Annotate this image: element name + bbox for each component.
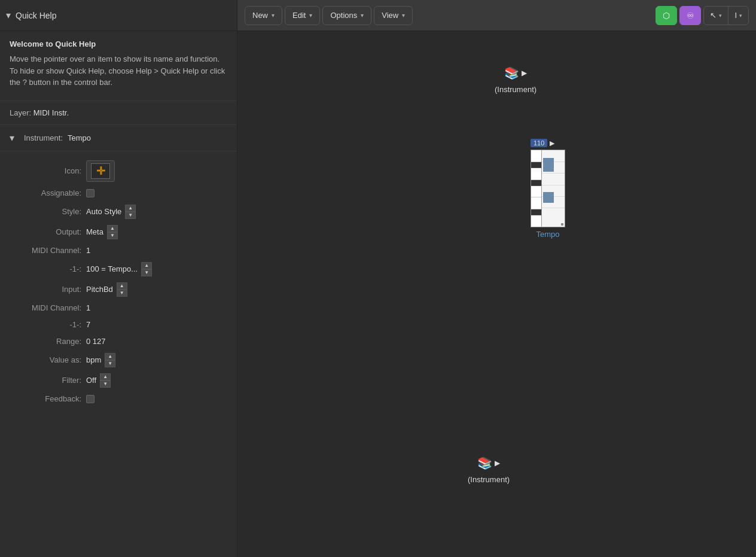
style-stepper-down[interactable]: ▼: [125, 212, 136, 219]
filter-control: Off ▲ ▼: [86, 373, 111, 388]
style-stepper-up[interactable]: ▲: [125, 205, 136, 212]
layer-row: Layer: MIDI Instr.: [0, 101, 237, 125]
midi-channel2-value: 1: [86, 303, 90, 312]
feedback-checkbox[interactable]: [86, 395, 94, 403]
cursor-icon: I: [734, 11, 737, 20]
instrument1-label: (Instrument): [495, 85, 536, 94]
output-row: Output: Meta ▲ ▼: [0, 222, 237, 242]
pointer-tool-group: ↖ ▾ I ▾: [703, 6, 749, 25]
output-stepper-down[interactable]: ▼: [107, 232, 118, 239]
tempo-label: Tempo: [536, 230, 559, 239]
cursor-tool-btn[interactable]: I ▾: [728, 7, 748, 25]
output-control: Meta ▲ ▼: [86, 225, 118, 239]
style-stepper[interactable]: ▲ ▼: [125, 205, 136, 219]
toolbar: ▾ Quick Help New ▾ Edit ▾ Options ▾ View…: [0, 0, 756, 31]
filter-stepper[interactable]: ▲ ▼: [100, 373, 111, 388]
icon-picker-btn[interactable]: ✛: [86, 160, 115, 182]
main-content: Welcome to Quick Help Move the pointer o…: [0, 31, 756, 557]
input-control: PitchBd ▲ ▼: [86, 282, 127, 297]
mapping2-row: -1-: 7: [0, 316, 237, 333]
output-label: Output:: [10, 227, 81, 236]
mapping-stepper-down[interactable]: ▼: [141, 269, 152, 276]
options-menu-btn[interactable]: Options ▾: [322, 6, 371, 25]
output-stepper[interactable]: ▲ ▼: [107, 225, 118, 239]
filter-stepper-down[interactable]: ▼: [100, 381, 111, 388]
options-chevron-icon: ▾: [361, 12, 364, 19]
key-black-2: [531, 180, 541, 186]
instrument2-label: (Instrument): [468, 475, 510, 484]
quick-help-body: Move the pointer over an item to show it…: [10, 53, 227, 89]
assignable-label: Assignable:: [10, 188, 81, 197]
collapse-sidebar-btn[interactable]: ▾: [6, 10, 11, 21]
cross-icon: ✛: [96, 165, 105, 178]
roll-line-5: [542, 208, 565, 208]
value-as-value: bpm: [86, 355, 101, 364]
instrument-node-1: 📚 ▶ (Instrument): [495, 66, 536, 94]
quick-help-title: Welcome to Quick Help: [10, 39, 227, 48]
filter-stepper-up[interactable]: ▲: [100, 373, 111, 381]
instrument-collapse-btn[interactable]: ▾: [10, 132, 14, 144]
roll-line-3: [542, 185, 565, 185]
tempo-keys: [531, 150, 542, 227]
new-menu-btn[interactable]: New ▾: [245, 6, 282, 25]
style-control: Auto Style ▲ ▼: [86, 205, 136, 219]
filter-label: Filter:: [10, 376, 81, 385]
value-as-control: bpm ▲ ▼: [86, 353, 115, 367]
mapping-control: 100 = Tempo... ▲ ▼: [86, 262, 152, 276]
output-stepper-up[interactable]: ▲: [107, 225, 118, 232]
value-as-row: Value as: bpm ▲ ▼: [0, 350, 237, 370]
icon-inner: ✛: [91, 163, 110, 179]
pointer-icon: ↖: [710, 11, 717, 20]
input-stepper[interactable]: ▲ ▼: [117, 282, 127, 297]
code-icon: ⬡: [663, 11, 670, 20]
tempo-number: 110: [531, 139, 547, 147]
filter-row: Filter: Off ▲ ▼: [0, 370, 237, 391]
mapping-stepper-up[interactable]: ▲: [141, 262, 152, 269]
instrument2-arrow-icon: ▶: [495, 459, 500, 467]
tempo-bar-1: [543, 158, 554, 172]
sidebar: Welcome to Quick Help Move the pointer o…: [0, 31, 237, 557]
pointer-tool-btn[interactable]: ↖ ▾: [704, 7, 728, 25]
link-icon-btn[interactable]: ♾: [679, 6, 701, 25]
feedback-row: Feedback:: [0, 391, 237, 407]
output-value: Meta: [86, 227, 103, 236]
toolbar-menu: New ▾ Edit ▾ Options ▾ View ▾ ⬡ ♾ ↖ ▾: [237, 6, 756, 25]
input-label: Input:: [10, 285, 81, 294]
key-1: [531, 150, 541, 162]
edit-menu-btn[interactable]: Edit ▾: [285, 6, 320, 25]
midi-channel-label: MIDI Channel:: [10, 246, 81, 255]
assignable-checkbox[interactable]: [86, 189, 94, 197]
mapping-value: 100 = Tempo...: [86, 264, 138, 273]
tempo-node[interactable]: 110 ▶: [531, 139, 565, 239]
key-black-3: [531, 209, 541, 215]
tempo-body: [531, 150, 565, 227]
tempo-widget[interactable]: [531, 150, 565, 227]
tempo-bar-2: [543, 192, 554, 203]
pointer-chevron-icon: ▾: [719, 13, 722, 19]
tempo-expand-icon: ▶: [550, 139, 554, 147]
roll-line-2: [542, 173, 565, 174]
value-as-stepper[interactable]: ▲ ▼: [105, 353, 115, 367]
input-stepper-down[interactable]: ▼: [117, 290, 127, 297]
range-row: Range: 0 127: [0, 333, 237, 350]
range-value: 0 127: [86, 337, 106, 346]
midi-channel2-label: MIDI Channel:: [10, 303, 81, 312]
input-row: Input: PitchBd ▲ ▼: [0, 279, 237, 300]
instrument2-header: 📚 ▶: [477, 456, 500, 470]
range-label: Range:: [10, 337, 81, 346]
assignable-row: Assignable:: [0, 185, 237, 202]
tempo-roll: [542, 150, 565, 227]
value-as-stepper-down[interactable]: ▼: [105, 360, 115, 367]
key-4: [531, 197, 541, 209]
key-2: [531, 168, 541, 180]
tempo-resize-handle[interactable]: [561, 223, 563, 226]
code-icon-btn[interactable]: ⬡: [656, 6, 677, 25]
instrument-label: Instrument:: [24, 133, 63, 142]
feedback-label: Feedback:: [10, 394, 81, 403]
filter-value: Off: [86, 376, 96, 385]
value-as-stepper-up[interactable]: ▲: [105, 353, 115, 360]
instrument1-icon: 📚: [504, 66, 519, 80]
mapping-stepper[interactable]: ▲ ▼: [141, 262, 152, 276]
input-stepper-up[interactable]: ▲: [117, 282, 127, 290]
view-menu-btn[interactable]: View ▾: [374, 6, 413, 25]
